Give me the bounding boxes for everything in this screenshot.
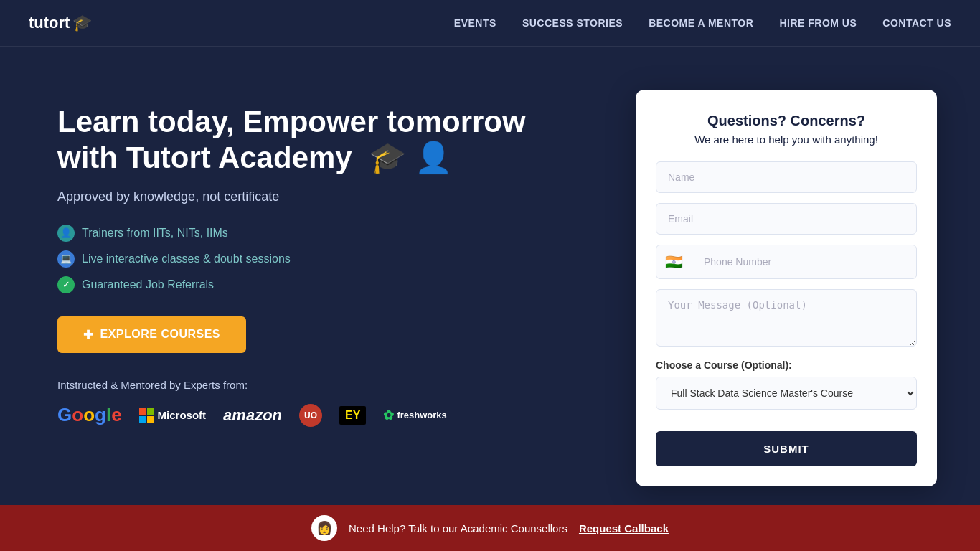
freshworks-logo: ✿ freshworks [383,408,446,423]
feature-classes-text: Live interactive classes & doubt session… [82,253,291,265]
feature-trainers: 👤 Trainers from IITs, NITs, IIMs [57,225,526,242]
uo-logo: UO [299,404,322,427]
trainers-icon: 👤 [57,225,75,242]
nav-contact-us[interactable]: CONTACT US [882,17,951,29]
bottom-bar: 👩 Need Help? Talk to our Academic Counse… [0,505,980,551]
message-input[interactable] [656,289,917,347]
form-title: Questions? Concerns? [656,113,917,129]
phone-input[interactable] [692,247,916,277]
explore-btn-label: EXPLORE COURSES [100,328,221,341]
bottom-bar-text: Need Help? Talk to our Academic Counsell… [349,522,567,534]
hero-section: Learn today, Empower tomorrowwith Tutort… [0,47,980,515]
explore-courses-button[interactable]: ✚ EXPLORE COURSES [57,316,246,353]
classes-icon: 💻 [57,250,75,268]
nav-events[interactable]: EVENTS [454,17,496,29]
course-field-group: Choose a Course (Optional): Full Stack D… [656,359,917,410]
nav-become-mentor[interactable]: BECOME A MENTOR [649,17,753,29]
form-subtitle: We are here to help you with anything! [656,133,917,146]
hero-subtitle: Approved by knowledge, not certificate [57,189,526,204]
india-flag-icon: 🇮🇳 [656,245,692,278]
navbar: tutort 🎓 EVENTS SUCCESS STORIES BECOME A… [0,0,980,47]
nav-hire-from-us[interactable]: HIRE FROM US [779,17,857,29]
course-select[interactable]: Full Stack Data Science Master's Course … [656,377,917,410]
email-input[interactable] [656,203,917,235]
hero-content: Learn today, Empower tomorrowwith Tutort… [57,90,526,427]
jobs-icon: ✓ [57,276,75,293]
course-label: Choose a Course (Optional): [656,359,917,371]
ey-logo: EY [339,406,366,425]
hero-title: Learn today, Empower tomorrowwith Tutort… [57,104,526,176]
brand-logo[interactable]: tutort 🎓 [29,14,92,32]
email-field-group [656,203,917,235]
microsoft-logo: Microsoft [139,408,207,423]
nav-success-stories[interactable]: SUCCESS STORIES [522,17,623,29]
feature-jobs-text: Guaranteed Job Referrals [82,278,214,291]
company-logos: Google Microsoft amazon UO EY ✿ f [57,404,526,427]
message-field-group [656,289,917,349]
counsellor-icon: 👩 [311,515,337,541]
request-callback-button[interactable]: Request Callback [579,522,669,534]
name-field-group [656,161,917,193]
nav-links: EVENTS SUCCESS STORIES BECOME A MENTOR H… [454,17,951,29]
submit-button[interactable]: SUBMIT [656,431,917,466]
feature-classes: 💻 Live interactive classes & doubt sessi… [57,250,526,268]
amazon-logo: amazon [223,406,282,425]
google-logo: Google [57,404,122,426]
logo-text: tutort [29,14,70,32]
logo-icon: 🎓 [72,14,92,32]
name-input[interactable] [656,161,917,193]
mentors-label: Intstructed & Mentored by Experts from: [57,379,526,391]
feature-list: 👤 Trainers from IITs, NITs, IIMs 💻 Live … [57,225,526,293]
feature-trainers-text: Trainers from IITs, NITs, IIMs [82,227,228,240]
feature-jobs: ✓ Guaranteed Job Referrals [57,276,526,293]
phone-field-group: 🇮🇳 [656,245,917,279]
contact-form-card: Questions? Concerns? We are here to help… [636,90,937,486]
explore-btn-plus-icon: ✚ [83,328,93,342]
